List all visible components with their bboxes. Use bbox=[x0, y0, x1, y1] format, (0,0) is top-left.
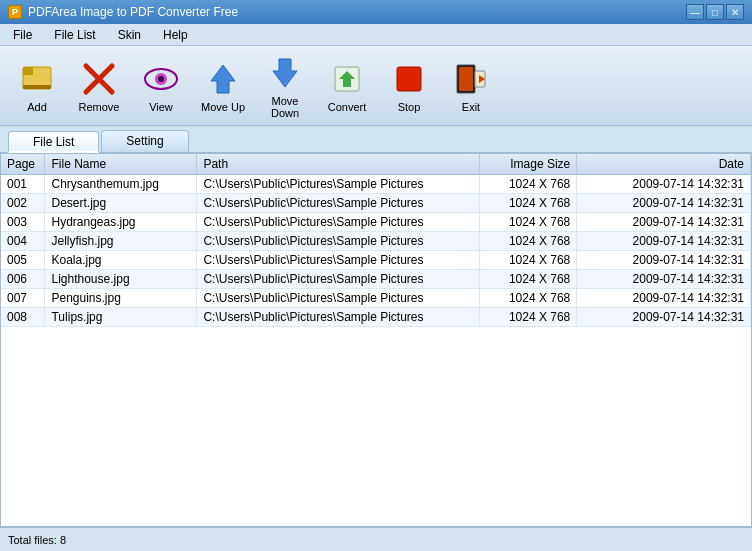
svg-rect-14 bbox=[459, 67, 473, 91]
cell-path: C:\Users\Public\Pictures\Sample Pictures bbox=[197, 175, 479, 194]
view-icon bbox=[143, 61, 179, 97]
cell-path: C:\Users\Public\Pictures\Sample Pictures bbox=[197, 194, 479, 213]
convert-button[interactable]: Convert bbox=[318, 53, 376, 121]
cell-path: C:\Users\Public\Pictures\Sample Pictures bbox=[197, 270, 479, 289]
table-row[interactable]: 002 Desert.jpg C:\Users\Public\Pictures\… bbox=[1, 194, 751, 213]
exit-label: Exit bbox=[462, 101, 480, 113]
remove-button[interactable]: Remove bbox=[70, 53, 128, 121]
add-button[interactable]: Add bbox=[8, 53, 66, 121]
exit-icon bbox=[453, 61, 489, 97]
table-row[interactable]: 001 Chrysanthemum.jpg C:\Users\Public\Pi… bbox=[1, 175, 751, 194]
cell-size: 1024 X 768 bbox=[479, 232, 577, 251]
window-title: PDFArea Image to PDF Converter Free bbox=[28, 5, 238, 19]
cell-filename: Hydrangeas.jpg bbox=[45, 213, 197, 232]
cell-size: 1024 X 768 bbox=[479, 308, 577, 327]
maximize-button[interactable]: □ bbox=[706, 4, 724, 20]
cell-date: 2009-07-14 14:32:31 bbox=[577, 289, 751, 308]
stop-icon bbox=[391, 61, 427, 97]
close-button[interactable]: ✕ bbox=[726, 4, 744, 20]
cell-path: C:\Users\Public\Pictures\Sample Pictures bbox=[197, 213, 479, 232]
toolbar: Add Remove View Move Up bbox=[0, 46, 752, 126]
cell-filename: Jellyfish.jpg bbox=[45, 232, 197, 251]
cell-size: 1024 X 768 bbox=[479, 194, 577, 213]
add-icon bbox=[19, 61, 55, 97]
status-text: Total files: 8 bbox=[8, 534, 66, 546]
cell-path: C:\Users\Public\Pictures\Sample Pictures bbox=[197, 232, 479, 251]
cell-filename: Chrysanthemum.jpg bbox=[45, 175, 197, 194]
title-bar: P PDFArea Image to PDF Converter Free — … bbox=[0, 0, 752, 24]
cell-page: 007 bbox=[1, 289, 45, 308]
menu-file[interactable]: File bbox=[4, 25, 41, 45]
cell-page: 001 bbox=[1, 175, 45, 194]
cell-filename: Lighthouse.jpg bbox=[45, 270, 197, 289]
view-label: View bbox=[149, 101, 173, 113]
col-header-size: Image Size bbox=[479, 154, 577, 175]
tab-filelist[interactable]: File List bbox=[8, 131, 99, 153]
svg-rect-12 bbox=[397, 67, 421, 91]
app-icon: P bbox=[8, 5, 22, 19]
view-button[interactable]: View bbox=[132, 53, 190, 121]
cell-filename: Tulips.jpg bbox=[45, 308, 197, 327]
cell-size: 1024 X 768 bbox=[479, 213, 577, 232]
move-down-icon bbox=[267, 55, 303, 91]
table-row[interactable]: 004 Jellyfish.jpg C:\Users\Public\Pictur… bbox=[1, 232, 751, 251]
remove-label: Remove bbox=[79, 101, 120, 113]
file-list-container: Page File Name Path Image Size Date 001 … bbox=[0, 154, 752, 527]
tab-setting[interactable]: Setting bbox=[101, 130, 188, 152]
menu-filelist[interactable]: File List bbox=[45, 25, 104, 45]
stop-button[interactable]: Stop bbox=[380, 53, 438, 121]
table-row[interactable]: 008 Tulips.jpg C:\Users\Public\Pictures\… bbox=[1, 308, 751, 327]
cell-page: 003 bbox=[1, 213, 45, 232]
cell-size: 1024 X 768 bbox=[479, 175, 577, 194]
convert-icon bbox=[329, 61, 365, 97]
cell-date: 2009-07-14 14:32:31 bbox=[577, 194, 751, 213]
window-controls: — □ ✕ bbox=[686, 4, 744, 20]
move-up-label: Move Up bbox=[201, 101, 245, 113]
menu-help[interactable]: Help bbox=[154, 25, 197, 45]
move-down-button[interactable]: Move Down bbox=[256, 53, 314, 121]
col-header-path: Path bbox=[197, 154, 479, 175]
cell-path: C:\Users\Public\Pictures\Sample Pictures bbox=[197, 251, 479, 270]
cell-date: 2009-07-14 14:32:31 bbox=[577, 175, 751, 194]
svg-rect-1 bbox=[23, 67, 33, 75]
cell-size: 1024 X 768 bbox=[479, 289, 577, 308]
move-down-label: Move Down bbox=[261, 95, 309, 119]
svg-marker-9 bbox=[273, 59, 297, 87]
cell-date: 2009-07-14 14:32:31 bbox=[577, 270, 751, 289]
exit-button[interactable]: Exit bbox=[442, 53, 500, 121]
table-header-row: Page File Name Path Image Size Date bbox=[1, 154, 751, 175]
cell-date: 2009-07-14 14:32:31 bbox=[577, 213, 751, 232]
cell-page: 008 bbox=[1, 308, 45, 327]
cell-page: 004 bbox=[1, 232, 45, 251]
tab-bar: File List Setting bbox=[0, 126, 752, 154]
col-header-date: Date bbox=[577, 154, 751, 175]
table-row[interactable]: 005 Koala.jpg C:\Users\Public\Pictures\S… bbox=[1, 251, 751, 270]
minimize-button[interactable]: — bbox=[686, 4, 704, 20]
add-label: Add bbox=[27, 101, 47, 113]
svg-point-7 bbox=[158, 76, 164, 82]
cell-date: 2009-07-14 14:32:31 bbox=[577, 308, 751, 327]
menu-skin[interactable]: Skin bbox=[109, 25, 150, 45]
cell-page: 005 bbox=[1, 251, 45, 270]
col-header-filename: File Name bbox=[45, 154, 197, 175]
cell-date: 2009-07-14 14:32:31 bbox=[577, 251, 751, 270]
cell-filename: Koala.jpg bbox=[45, 251, 197, 270]
cell-path: C:\Users\Public\Pictures\Sample Pictures bbox=[197, 308, 479, 327]
svg-rect-2 bbox=[23, 85, 51, 89]
convert-label: Convert bbox=[328, 101, 367, 113]
svg-marker-8 bbox=[211, 65, 235, 93]
status-bar: Total files: 8 bbox=[0, 527, 752, 551]
cell-filename: Desert.jpg bbox=[45, 194, 197, 213]
cell-date: 2009-07-14 14:32:31 bbox=[577, 232, 751, 251]
remove-icon bbox=[81, 61, 117, 97]
file-table: Page File Name Path Image Size Date 001 … bbox=[1, 154, 751, 327]
move-up-button[interactable]: Move Up bbox=[194, 53, 252, 121]
col-header-page: Page bbox=[1, 154, 45, 175]
table-row[interactable]: 003 Hydrangeas.jpg C:\Users\Public\Pictu… bbox=[1, 213, 751, 232]
cell-size: 1024 X 768 bbox=[479, 251, 577, 270]
cell-size: 1024 X 768 bbox=[479, 270, 577, 289]
cell-path: C:\Users\Public\Pictures\Sample Pictures bbox=[197, 289, 479, 308]
cell-page: 002 bbox=[1, 194, 45, 213]
table-row[interactable]: 007 Penguins.jpg C:\Users\Public\Picture… bbox=[1, 289, 751, 308]
table-row[interactable]: 006 Lighthouse.jpg C:\Users\Public\Pictu… bbox=[1, 270, 751, 289]
